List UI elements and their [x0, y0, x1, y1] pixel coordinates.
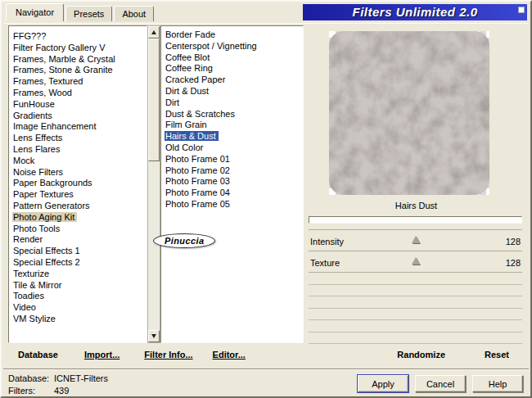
tab-navigator[interactable]: Navigator [6, 3, 64, 21]
category-item[interactable]: Noise Filters [9, 167, 147, 179]
import-button[interactable]: Import... [84, 350, 119, 360]
filter-item[interactable]: Photo Frame 03 [161, 176, 303, 188]
filter-item[interactable]: Dirt & Dust [161, 86, 303, 97]
category-item[interactable]: Filter Factory Gallery V [9, 43, 147, 54]
slider-value: 128 [506, 258, 521, 268]
preview-image[interactable] [329, 31, 489, 195]
category-item[interactable]: Special Effects 2 [9, 257, 147, 269]
reset-button[interactable]: Reset [485, 350, 509, 360]
arrow-up-icon [151, 30, 156, 34]
category-item[interactable]: Texturize [9, 269, 147, 280]
preview-checkerboard [329, 31, 489, 195]
empty-parameter-row [309, 332, 522, 345]
filter-item[interactable]: Centerspot / Vignetting [161, 41, 303, 52]
filter-item[interactable]: Photo Frame 02 [161, 165, 303, 177]
category-item[interactable]: Video [9, 302, 147, 314]
category-item[interactable]: Mock [9, 156, 147, 167]
progress-bar [309, 216, 522, 224]
scrollbar-thumb[interactable] [148, 38, 160, 161]
filter-item[interactable]: Photo Frame 04 [161, 188, 303, 199]
filter-item[interactable]: Coffee Ring [161, 63, 303, 75]
filter-item[interactable]: Dust & Scratches [161, 109, 303, 120]
arrow-down-icon [151, 334, 156, 338]
filter-info-button[interactable]: Filter Info... [144, 350, 192, 360]
banner-corner-box [518, 7, 525, 13]
randomize-button[interactable]: Randomize [397, 350, 445, 360]
category-item[interactable]: Pattern Generators [9, 201, 147, 212]
empty-parameter-row [309, 320, 522, 332]
watermark-badge: Pinuccia [153, 233, 215, 248]
empty-parameter-row [309, 296, 522, 309]
preview-caption: Hairs Dust [305, 201, 527, 210]
category-item[interactable]: Gradients [9, 111, 147, 122]
category-item[interactable]: Frames, Marble & Crystal [9, 54, 147, 66]
filter-item[interactable]: Cracked Paper [161, 75, 303, 86]
database-value: ICNET-Filters [54, 373, 108, 383]
category-scrollbar [147, 25, 160, 343]
tab-presets[interactable]: Presets [65, 6, 112, 21]
filter-item[interactable]: Photo Frame 05 [161, 199, 303, 210]
category-item[interactable]: Photo Tools [9, 224, 147, 235]
category-list: FFG???Filter Factory Gallery VFrames, Ma… [8, 25, 147, 343]
slider-label: Texture [310, 258, 340, 268]
category-item[interactable]: Frames, Stone & Granite [9, 65, 147, 76]
filter-item[interactable]: Coffee Blot [161, 52, 303, 64]
dialog-buttons: Apply Cancel Help [358, 375, 523, 392]
category-item[interactable]: Paper Textures [9, 189, 147, 201]
category-item[interactable]: Lens Effects [9, 133, 147, 144]
category-item[interactable]: FunHouse [9, 99, 147, 111]
slider-thumb-icon[interactable] [412, 236, 420, 243]
preview-panel: Hairs Dust Intensity 128 Texture 128 [305, 25, 527, 343]
filter-item[interactable]: Film Grain [161, 120, 303, 131]
apply-button[interactable]: Apply [358, 375, 408, 392]
category-item[interactable]: VM Stylize [9, 314, 147, 325]
tab-strip: Navigator Presets About [6, 3, 156, 21]
filter-item[interactable]: Hairs & Dust [161, 131, 303, 142]
category-item[interactable]: Toadies [9, 291, 147, 302]
cancel-button[interactable]: Cancel [415, 375, 466, 392]
category-item[interactable]: Image Enhancement [9, 121, 147, 133]
filter-item[interactable]: Photo Frame 01 [161, 154, 303, 165]
category-item[interactable]: FFG??? [9, 31, 147, 43]
category-item[interactable]: Tile & Mirror [9, 280, 147, 292]
filters-count-value: 439 [54, 386, 108, 396]
filters-count-label: Filters: [8, 386, 54, 396]
slider-value: 128 [506, 237, 521, 246]
database-label: Database: [8, 373, 54, 383]
slider-label: Intensity [310, 237, 344, 246]
slider-row-texture[interactable]: Texture 128 [309, 251, 522, 273]
empty-parameter-row [309, 285, 522, 297]
statusbar-info: Database: ICNET-Filters Filters: 439 [8, 373, 108, 396]
empty-parameter-row [309, 309, 522, 321]
category-item[interactable]: Paper Backgrounds [9, 178, 147, 189]
scroll-up-button[interactable] [148, 26, 160, 38]
scroll-down-button[interactable] [148, 330, 160, 342]
title-banner: Filters Unlimited 2.0 [303, 4, 527, 20]
category-item[interactable]: Lens Flares [9, 144, 147, 156]
filter-item[interactable]: Dirt [161, 97, 303, 109]
help-button[interactable]: Help [472, 375, 523, 392]
category-item[interactable]: Frames, Textured [9, 76, 147, 88]
slider-thumb-icon[interactable] [412, 257, 420, 265]
parameter-table: Intensity 128 Texture 128 [309, 229, 522, 343]
empty-parameter-row [309, 273, 522, 285]
category-item[interactable]: Frames, Wood [9, 88, 147, 99]
editor-button[interactable]: Editor... [213, 350, 246, 360]
slider-row-intensity[interactable]: Intensity 128 [309, 230, 522, 251]
statusbar-separator [3, 369, 529, 370]
filter-list: Border FadeCenterspot / VignettingCoffee… [160, 25, 304, 343]
database-button[interactable]: Database [18, 350, 58, 360]
filter-item[interactable]: Border Fade [161, 29, 303, 41]
filters-unlimited-dialog: Navigator Presets About Filters Unlimite… [0, 0, 532, 398]
title-banner-text: Filters Unlimited 2.0 [352, 5, 477, 19]
tab-about[interactable]: About [114, 6, 154, 21]
tab-panel-edge [3, 23, 529, 24]
category-item[interactable]: Render [9, 234, 147, 246]
category-item[interactable]: Special Effects 1 [9, 246, 147, 257]
category-item[interactable]: Photo Aging Kit [9, 212, 147, 224]
filter-item[interactable]: Old Color [161, 142, 303, 154]
bottom-toolbar: Database Import... Filter Info... Editor… [2, 343, 530, 365]
